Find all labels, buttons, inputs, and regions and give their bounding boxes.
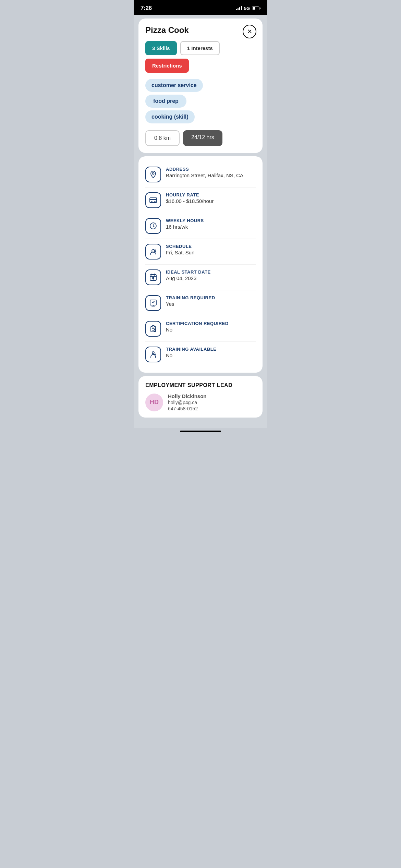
avatar: HD: [145, 394, 163, 411]
close-button[interactable]: ✕: [243, 25, 256, 38]
details-card: ADDRESS Barrington Street, Halifax, NS, …: [138, 156, 263, 373]
esl-email[interactable]: holly@p4g.ca: [168, 400, 207, 405]
home-indicator: [134, 428, 267, 434]
training-required-label: TRAINING REQUIRED: [166, 295, 215, 300]
detail-row-certification: CERTIFICATION REQUIRED No: [145, 316, 256, 342]
signal-icon: [236, 6, 242, 10]
tab-restrictions[interactable]: Restrictions: [145, 59, 189, 73]
status-time: 7:26: [141, 5, 152, 12]
certification-value: No: [166, 327, 229, 333]
training-available-label: TRAINING AVAILABLE: [166, 347, 216, 352]
certification-text: CERTIFICATION REQUIRED No: [166, 321, 229, 333]
svg-point-0: [153, 173, 154, 174]
distance-pill[interactable]: 0.8 km: [145, 130, 180, 146]
address-value: Barrington Street, Halifax, NS, CA: [166, 172, 243, 178]
training-required-icon: [145, 295, 161, 311]
esl-row: HD Holly Dickinson holly@p4g.ca 647-458-…: [145, 393, 256, 411]
hourly-rate-value: $16.00 - $18.50/hour: [166, 198, 214, 204]
training-required-text: TRAINING REQUIRED Yes: [166, 295, 215, 307]
network-label: 5G: [244, 6, 250, 11]
esl-phone[interactable]: 647-458-0152: [168, 406, 207, 411]
hours-pill[interactable]: 24/12 hrs: [183, 130, 222, 146]
esl-name: Holly Dickinson: [168, 393, 207, 399]
skill-tag-cooking: cooking (skill): [145, 110, 195, 123]
esl-section-title: EMPLOYMENT SUPPORT LEAD: [145, 382, 256, 388]
weekly-hours-label: WEEKLY HOURS: [166, 218, 204, 223]
skill-tag-customer-service: customer service: [145, 79, 203, 92]
detail-row-start-date: IDEAL START DATE Aug 04, 2023: [145, 265, 256, 290]
status-bar: 7:26 5G: [134, 0, 267, 15]
training-required-value: Yes: [166, 301, 215, 307]
start-date-value: Aug 04, 2023: [166, 275, 211, 281]
skills-list: customer service food prep cooking (skil…: [145, 79, 256, 123]
certification-label: CERTIFICATION REQUIRED: [166, 321, 229, 326]
certification-icon: [145, 321, 161, 337]
battery-icon: [252, 7, 260, 10]
start-date-icon: [145, 269, 161, 285]
weekly-hours-text: WEEKLY HOURS 16 hrs/wk: [166, 218, 204, 230]
tab-interests[interactable]: 1 Interests: [180, 41, 220, 55]
detail-row-training-required: TRAINING REQUIRED Yes: [145, 290, 256, 316]
schedule-label: SCHEDULE: [166, 244, 194, 249]
detail-row-address: ADDRESS Barrington Street, Halifax, NS, …: [145, 162, 256, 188]
tab-row: 3 Skills 1 Interests Restrictions: [145, 41, 256, 73]
home-bar: [180, 431, 221, 432]
hourly-rate-icon: [145, 192, 161, 208]
distance-hours-row: 0.8 km 24/12 hrs: [145, 130, 256, 146]
schedule-icon: [145, 244, 161, 260]
status-icons: 5G: [236, 6, 260, 11]
weekly-hours-value: 16 hrs/wk: [166, 224, 204, 230]
detail-row-training-available: TRAINING AVAILABLE No: [145, 342, 256, 367]
schedule-value: Fri, Sat, Sun: [166, 250, 194, 255]
start-date-text: IDEAL START DATE Aug 04, 2023: [166, 269, 211, 281]
detail-row-schedule: SCHEDULE Fri, Sat, Sun: [145, 239, 256, 265]
schedule-text: SCHEDULE Fri, Sat, Sun: [166, 244, 194, 255]
hourly-rate-label: HOURLY RATE: [166, 192, 214, 197]
job-card: Pizza Cook ✕ 3 Skills 1 Interests Restri…: [138, 19, 263, 153]
svg-rect-7: [152, 326, 154, 327]
training-available-icon: [145, 347, 161, 362]
address-text: ADDRESS Barrington Street, Halifax, NS, …: [166, 167, 243, 178]
esl-info: Holly Dickinson holly@p4g.ca 647-458-015…: [168, 393, 207, 411]
svg-point-9: [152, 352, 154, 354]
address-icon: [145, 167, 161, 182]
detail-row-hourly-rate: HOURLY RATE $16.00 - $18.50/hour: [145, 188, 256, 213]
job-title: Pizza Cook: [145, 25, 256, 35]
training-available-text: TRAINING AVAILABLE No: [166, 347, 216, 358]
tab-skills[interactable]: 3 Skills: [145, 41, 177, 55]
esl-card: EMPLOYMENT SUPPORT LEAD HD Holly Dickins…: [138, 376, 263, 418]
skill-tag-food-prep: food prep: [145, 95, 186, 108]
screen: Pizza Cook ✕ 3 Skills 1 Interests Restri…: [134, 15, 267, 428]
detail-row-weekly-hours: WEEKLY HOURS 16 hrs/wk: [145, 213, 256, 239]
weekly-hours-icon: [145, 218, 161, 234]
svg-rect-1: [150, 198, 157, 203]
start-date-label: IDEAL START DATE: [166, 269, 211, 275]
training-available-value: No: [166, 352, 216, 358]
address-label: ADDRESS: [166, 167, 243, 172]
hourly-rate-text: HOURLY RATE $16.00 - $18.50/hour: [166, 192, 214, 204]
